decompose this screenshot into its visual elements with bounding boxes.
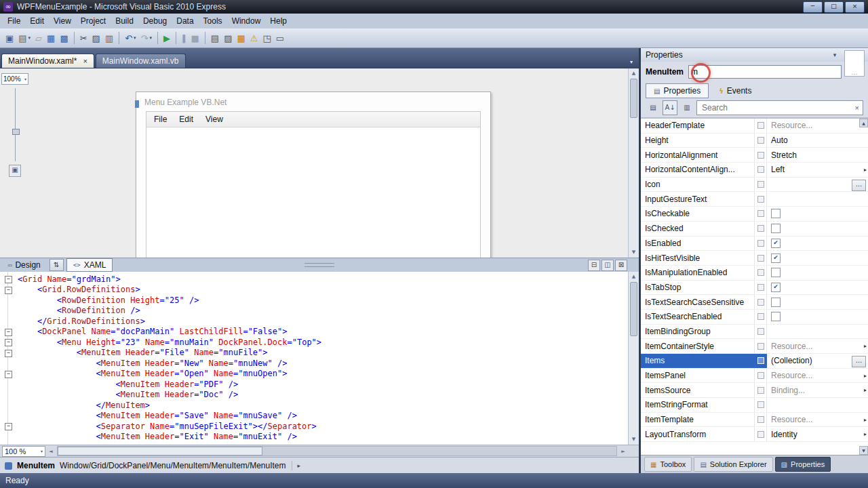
- property-marker-icon[interactable]: [755, 148, 767, 162]
- property-row-istextsearchenabled[interactable]: IsTextSearchEnabled: [641, 310, 868, 325]
- collapse-pane-button[interactable]: ⊠: [615, 260, 627, 271]
- property-value[interactable]: Resource...: [767, 413, 868, 427]
- property-row-icon[interactable]: Icon…: [641, 178, 868, 192]
- checkbox[interactable]: [771, 209, 781, 218]
- xaml-line[interactable]: − <Separator Name="mnuSepFileExit"></Sep…: [0, 421, 629, 432]
- property-row-itembindinggroup[interactable]: ItemBindingGroup: [641, 325, 868, 340]
- property-row-ischeckable[interactable]: IsCheckable: [641, 207, 868, 222]
- property-marker-icon[interactable]: [755, 134, 767, 148]
- property-value[interactable]: Auto: [767, 134, 868, 148]
- xaml-line[interactable]: <MenuItem Header="PDF" />: [0, 379, 629, 390]
- zoom-to-fit-button[interactable]: ▣: [9, 165, 21, 177]
- expand-arrow-icon[interactable]: ▸: [864, 167, 867, 173]
- property-value[interactable]: [767, 310, 868, 324]
- design-vertical-scrollbar[interactable]: ▲ ▼: [628, 68, 639, 258]
- property-value[interactable]: [767, 192, 868, 206]
- property-value[interactable]: Resource...: [767, 369, 868, 383]
- property-marker-icon[interactable]: [755, 192, 767, 206]
- panel-tab-solution-explorer[interactable]: ▤Solution Explorer: [694, 457, 772, 472]
- close-button[interactable]: ×: [845, 1, 865, 13]
- xaml-line[interactable]: <MenuItem Header="Doc" />: [0, 390, 629, 401]
- breadcrumb-path[interactable]: Window/Grid/DockPanel/Menu/MenuItem/Menu…: [60, 461, 285, 470]
- collapse-icon[interactable]: −: [5, 339, 12, 346]
- scroll-down-icon[interactable]: ▼: [629, 434, 639, 445]
- tab-xaml[interactable]: <> XAML: [66, 258, 113, 272]
- property-value[interactable]: Resource...: [767, 119, 868, 133]
- grid-scroll-down-icon[interactable]: ▼: [859, 446, 868, 455]
- scroll-right-icon[interactable]: ►: [618, 449, 629, 454]
- property-marker-icon[interactable]: [755, 281, 767, 295]
- property-marker-icon[interactable]: [755, 178, 767, 192]
- xaml-editor[interactable]: −<Grid Name="grdMain">− <Grid.RowDefinit…: [0, 272, 639, 445]
- properties-window-button[interactable]: ▨: [222, 30, 234, 45]
- scroll-up-icon[interactable]: ▲: [629, 272, 639, 282]
- collapse-icon[interactable]: −: [5, 276, 12, 283]
- add-new-item-button[interactable]: ▤▾: [16, 30, 33, 45]
- property-marker-icon[interactable]: [755, 237, 767, 251]
- menu-item-debug[interactable]: Debug: [138, 14, 172, 28]
- solution-explorer-button[interactable]: ▤: [209, 30, 221, 45]
- xaml-line[interactable]: </Grid.RowDefinitions>: [0, 316, 629, 327]
- property-marker-icon[interactable]: [755, 339, 767, 353]
- preview-window-content[interactable]: FileEditView: [146, 111, 481, 258]
- property-marker-icon[interactable]: [755, 266, 767, 280]
- menu-item-view[interactable]: View: [49, 14, 76, 28]
- xaml-line[interactable]: <MenuItem Header="Save" Name="mnuSave" /…: [0, 411, 629, 422]
- horizontal-scrollbar-track[interactable]: [57, 446, 617, 456]
- checkbox[interactable]: [771, 298, 781, 307]
- undo-button[interactable]: ↶▾: [123, 30, 138, 45]
- filter-button[interactable]: ▥: [679, 100, 694, 115]
- property-value[interactable]: [767, 295, 868, 309]
- error-list-button[interactable]: ⚠: [248, 30, 260, 45]
- break-all-button[interactable]: ‖: [180, 30, 189, 45]
- search-input[interactable]: [701, 102, 855, 113]
- property-row-itemssource[interactable]: ItemsSourceBinding...▸: [641, 383, 868, 398]
- designer-zoom-slider[interactable]: [12, 88, 19, 161]
- property-row-items[interactable]: Items(Collection)…: [641, 354, 868, 369]
- property-marker-icon[interactable]: [755, 427, 767, 441]
- object-browser-button[interactable]: ◳: [260, 30, 273, 45]
- property-marker-icon[interactable]: [755, 251, 767, 265]
- scroll-down-icon[interactable]: ▼: [629, 247, 639, 258]
- property-marker-icon[interactable]: [755, 207, 767, 221]
- grid-scroll-up-icon[interactable]: ▲: [859, 119, 868, 127]
- immediate-window-button[interactable]: ▭: [274, 30, 286, 45]
- property-row-ismanipulationenabled[interactable]: IsManipulationEnabled: [641, 266, 868, 281]
- minimize-button[interactable]: ─: [803, 1, 823, 13]
- property-row-headertemplate[interactable]: HeaderTemplateResource...▸: [641, 119, 868, 134]
- property-marker-icon[interactable]: [755, 398, 767, 412]
- dropdown-arrow-icon[interactable]: ▾: [28, 35, 31, 41]
- property-row-height[interactable]: HeightAuto: [641, 134, 868, 148]
- split-horizontal-button[interactable]: ⊟: [588, 260, 600, 271]
- menu-item-build[interactable]: Build: [111, 14, 138, 28]
- property-value[interactable]: Identity: [767, 427, 868, 441]
- xaml-line[interactable]: −<Grid Name="grdMain">: [0, 274, 629, 285]
- xaml-line[interactable]: − <MenuItem Header="Open" Name="mnuOpen"…: [0, 369, 629, 380]
- menu-item-project[interactable]: Project: [76, 14, 111, 28]
- property-value[interactable]: [767, 325, 868, 339]
- xaml-line[interactable]: − <DockPanel Name="docPanMain" LastChild…: [0, 327, 629, 338]
- xaml-line[interactable]: − <MenuItem Header="File" Name="mnuFile"…: [0, 348, 629, 359]
- expand-arrow-icon[interactable]: ▸: [864, 343, 867, 349]
- expand-arrow-icon[interactable]: ▸: [864, 373, 867, 379]
- expand-arrow-icon[interactable]: ▸: [864, 431, 867, 437]
- expand-arrow-icon[interactable]: ▸: [864, 417, 867, 423]
- property-row-itemtemplate[interactable]: ItemTemplateResource...▸: [641, 413, 868, 428]
- checkbox[interactable]: ✔: [771, 253, 781, 263]
- menu-item-window[interactable]: Window: [227, 14, 266, 28]
- xaml-vertical-scrollbar[interactable]: ▲ ▼: [628, 272, 639, 445]
- scrollbar-thumb[interactable]: [630, 282, 637, 336]
- ellipsis-button[interactable]: …: [852, 180, 866, 191]
- property-row-itemstringformat[interactable]: ItemStringFormat: [641, 398, 868, 413]
- property-value[interactable]: ✔: [767, 251, 868, 265]
- designer-window-preview[interactable]: Menu Example VB.Net FileEditView: [136, 92, 491, 258]
- menu-item-file[interactable]: File: [3, 14, 25, 28]
- scroll-up-icon[interactable]: ▲: [629, 68, 639, 79]
- property-row-ishittestvisible[interactable]: IsHitTestVisible✔: [641, 251, 868, 266]
- scroll-left-icon[interactable]: ◄: [45, 449, 56, 454]
- tab-events[interactable]: ϟ Events: [711, 83, 760, 98]
- dropdown-arrow-icon[interactable]: ▾: [150, 35, 153, 41]
- collapse-icon[interactable]: −: [5, 329, 12, 336]
- doc-tab-mainwindow-xaml-vb[interactable]: MainWindow.xaml.vb: [96, 54, 186, 68]
- property-marker-icon[interactable]: [755, 222, 767, 236]
